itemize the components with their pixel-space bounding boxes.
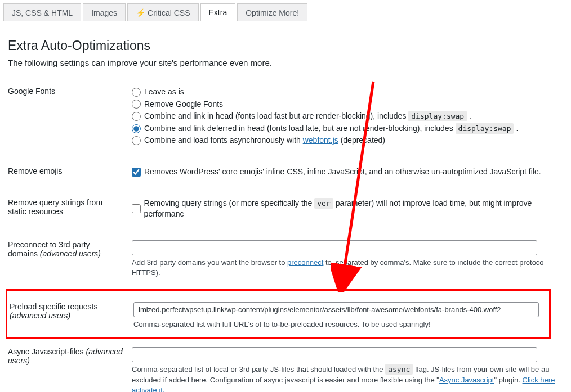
tab-label: Optimize More! — [246, 8, 299, 17]
tab-bar: JS, CSS & HTML Images ⚡Critical CSS Extr… — [0, 0, 571, 21]
code-async: async — [385, 364, 413, 375]
tab-label: Critical CSS — [148, 8, 190, 17]
activate-link[interactable]: activate it. — [132, 386, 165, 392]
async-js-input[interactable] — [132, 347, 537, 362]
tab-optimize-more[interactable]: Optimize More! — [237, 3, 307, 21]
preload-highlight-box: Preload specific requests (advanced user… — [6, 289, 551, 339]
page-intro: The following settings can improve your … — [8, 58, 563, 67]
checkbox-remove-emojis[interactable] — [132, 168, 141, 177]
tab-label: Extra — [209, 8, 227, 17]
preload-label: Preload specific requests (advanced user… — [10, 291, 133, 337]
radio-label: Combine and link deferred in head (fonts… — [144, 123, 518, 134]
radio-label: Leave as is — [144, 87, 184, 98]
preload-help: Comma-separated list with full URL's of … — [133, 319, 549, 330]
checkbox-label: Removes WordPress' core emojis' inline C… — [144, 166, 541, 178]
preload-input[interactable] — [133, 302, 539, 317]
tab-js-css-html[interactable]: JS, CSS & HTML — [3, 3, 81, 21]
radio-leave-as-is[interactable] — [132, 88, 141, 97]
page-title: Extra Auto-Optimizations — [8, 38, 563, 53]
radio-async-webfont[interactable] — [132, 136, 141, 145]
checkbox-remove-query-strings[interactable] — [132, 204, 141, 213]
webfontjs-link[interactable]: webfont.js — [303, 136, 338, 145]
tab-label: Images — [91, 8, 117, 17]
tab-images[interactable]: Images — [83, 3, 126, 21]
async-javascript-link[interactable]: Async Javascript — [439, 376, 494, 384]
radio-combine-deferred[interactable] — [132, 124, 141, 133]
bolt-icon: ⚡ — [136, 8, 145, 17]
tab-label: JS, CSS & HTML — [12, 8, 73, 17]
click-here-link[interactable]: Click here — [523, 376, 555, 384]
tab-critical-css[interactable]: ⚡Critical CSS — [127, 3, 198, 21]
remove-emojis-label: Remove emojis — [8, 159, 132, 190]
preconnect-help: Add 3rd party domains you want the brows… — [132, 258, 563, 278]
code-display-swap: display:swap — [456, 123, 514, 134]
radio-label: Combine and load fonts asynchronously wi… — [144, 135, 385, 146]
code-ver: ver — [314, 198, 333, 209]
radio-label: Remove Google Fonts — [144, 99, 223, 110]
async-js-label: Async Javascript-files (advanced users) — [8, 339, 132, 392]
async-js-help: Comma-separated list of local or 3rd par… — [132, 364, 563, 392]
radio-combine-head[interactable] — [132, 112, 141, 121]
radio-label: Combine and link in head (fonts load fas… — [144, 111, 471, 122]
checkbox-label: Removing query strings (or more specific… — [144, 198, 563, 220]
preconnect-input[interactable] — [132, 240, 537, 255]
code-display-swap: display:swap — [408, 111, 467, 121]
google-fonts-label: Google Fonts — [8, 79, 132, 159]
preconnect-label: Preconnect to 3rd party domains (advance… — [8, 232, 132, 289]
preconnect-link[interactable]: preconnect — [287, 258, 323, 267]
query-strings-label: Remove query strings from static resourc… — [8, 190, 132, 232]
radio-remove-google-fonts[interactable] — [132, 100, 141, 109]
tab-extra[interactable]: Extra — [200, 3, 236, 21]
